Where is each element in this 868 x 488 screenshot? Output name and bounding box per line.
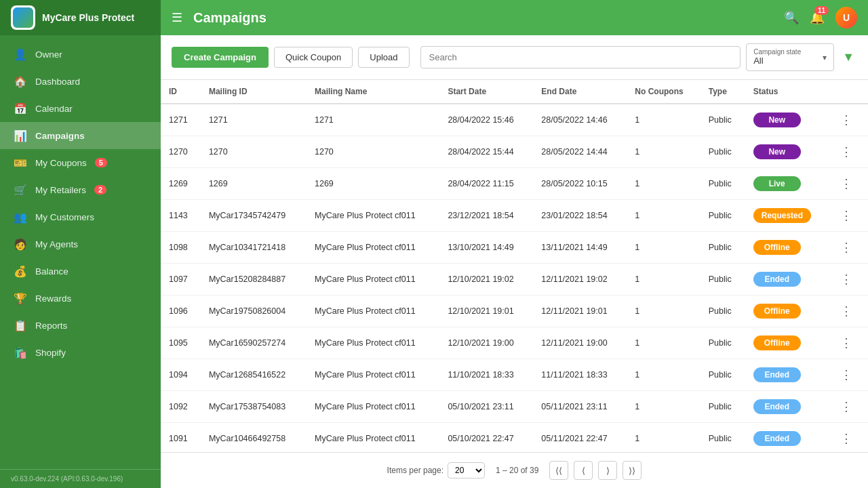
sidebar-item-label: Dashboard bbox=[35, 77, 80, 87]
row-more-button[interactable]: ⋮ bbox=[837, 366, 855, 384]
first-page-button[interactable]: ⟨⟨ bbox=[549, 461, 568, 480]
row-more-button[interactable]: ⋮ bbox=[837, 398, 855, 415]
cell-end-date: 11/11/2021 18:33 bbox=[533, 359, 627, 391]
row-more-button[interactable]: ⋮ bbox=[837, 143, 855, 161]
cell-id: 1271 bbox=[161, 104, 201, 136]
table-row: 1098 MyCar10341721418 MyCare Plus Protec… bbox=[161, 232, 868, 264]
my-coupons-icon: 🎫 bbox=[14, 156, 27, 169]
row-more-button[interactable]: ⋮ bbox=[837, 239, 855, 256]
sidebar-item-shopify[interactable]: 🛍️ Shopify bbox=[0, 339, 161, 366]
my-retailers-icon: 🛒 bbox=[14, 183, 27, 197]
items-per-page-label: Items per page: bbox=[387, 466, 443, 475]
col-header-no-coupons: No Coupons bbox=[627, 80, 700, 104]
owner-icon: 👤 bbox=[14, 47, 27, 61]
row-more-button[interactable]: ⋮ bbox=[837, 175, 855, 192]
table-row: 1271 1271 1271 28/04/2022 15:46 28/05/20… bbox=[161, 104, 868, 136]
notifications-icon[interactable]: 🔔 11 bbox=[810, 10, 825, 25]
table-row: 1270 1270 1270 28/04/2022 15:44 28/05/20… bbox=[161, 136, 868, 168]
row-more-button[interactable]: ⋮ bbox=[837, 111, 855, 129]
row-more-button[interactable]: ⋮ bbox=[837, 302, 855, 320]
cell-mailing-id: 1269 bbox=[201, 168, 307, 200]
sidebar-item-my-retailers[interactable]: 🛒 My Retailers 2 bbox=[0, 176, 161, 203]
cell-mailing-id: MyCar19750826004 bbox=[201, 296, 307, 327]
sidebar-item-rewards[interactable]: 🏆 Rewards bbox=[0, 285, 161, 312]
upload-button[interactable]: Upload bbox=[358, 47, 409, 68]
cell-id: 1143 bbox=[161, 200, 201, 232]
cell-no-coupons: 1 bbox=[627, 136, 700, 168]
sidebar-item-reports[interactable]: 📋 Reports bbox=[0, 312, 161, 339]
cell-type: Public bbox=[701, 327, 745, 359]
cell-id: 1269 bbox=[161, 168, 201, 200]
table-body: 1271 1271 1271 28/04/2022 15:46 28/05/20… bbox=[161, 104, 868, 452]
cell-actions: ⋮ bbox=[829, 359, 868, 391]
sidebar-item-label: Balance bbox=[35, 266, 68, 277]
cell-no-coupons: 1 bbox=[627, 359, 700, 391]
sidebar-badge: 2 bbox=[94, 185, 106, 195]
dashboard-icon: 🏠 bbox=[14, 75, 27, 88]
cell-start-date: 28/04/2022 15:44 bbox=[439, 136, 533, 168]
campaign-state-dropdown[interactable]: Campaign state All ▾ bbox=[746, 43, 834, 71]
row-more-button[interactable]: ⋮ bbox=[837, 207, 855, 224]
cell-id: 1092 bbox=[161, 391, 201, 423]
shopify-icon: 🛍️ bbox=[14, 346, 27, 359]
status-badge: Ended bbox=[753, 431, 801, 446]
cell-mailing-id: MyCar17538754083 bbox=[201, 391, 307, 423]
next-page-button[interactable]: ⟩ bbox=[598, 461, 617, 480]
search-icon[interactable]: 🔍 bbox=[784, 10, 799, 25]
cell-start-date: 13/10/2021 14:49 bbox=[439, 232, 533, 264]
sidebar-item-owner[interactable]: 👤 Owner bbox=[0, 41, 161, 68]
filter-icon[interactable]: ▼ bbox=[840, 47, 857, 67]
campaigns-table-container: IDMailing IDMailing NameStart DateEnd Da… bbox=[161, 80, 868, 452]
col-header-actions bbox=[829, 80, 868, 104]
search-input[interactable] bbox=[420, 46, 741, 68]
main-content: ☰ Campaigns 🔍 🔔 11 U Create Campaign Qui… bbox=[161, 0, 868, 488]
cell-mailing-id: MyCar10466492758 bbox=[201, 423, 307, 453]
sidebar-item-calendar[interactable]: 📅 Calendar bbox=[0, 95, 161, 122]
sidebar-item-label: Reports bbox=[35, 321, 67, 331]
cell-mailing-name: MyCare Plus Protect cf011 bbox=[307, 232, 439, 264]
col-header-id: ID bbox=[161, 80, 201, 104]
row-more-button[interactable]: ⋮ bbox=[837, 430, 855, 447]
cell-actions: ⋮ bbox=[829, 104, 868, 136]
table-row: 1095 MyCar16590257274 MyCare Plus Protec… bbox=[161, 327, 868, 359]
cell-end-date: 05/11/2021 23:11 bbox=[533, 391, 627, 423]
sidebar-item-label: Shopify bbox=[35, 348, 66, 358]
quick-coupon-button[interactable]: Quick Coupon bbox=[274, 47, 353, 68]
cell-start-date: 28/04/2022 15:46 bbox=[439, 104, 533, 136]
avatar[interactable]: U bbox=[835, 7, 857, 28]
per-page-select[interactable]: 20 50 100 bbox=[448, 462, 485, 479]
cell-status: Offline bbox=[745, 232, 829, 264]
sidebar-item-balance[interactable]: 💰 Balance bbox=[0, 258, 161, 285]
table-row: 1094 MyCar12685416522 MyCare Plus Protec… bbox=[161, 359, 868, 391]
sidebar-item-dashboard[interactable]: 🏠 Dashboard bbox=[0, 68, 161, 95]
create-campaign-button[interactable]: Create Campaign bbox=[172, 47, 269, 68]
sidebar-item-label: Calendar bbox=[35, 104, 73, 114]
row-more-button[interactable]: ⋮ bbox=[837, 270, 855, 288]
cell-mailing-id: MyCar12685416522 bbox=[201, 359, 307, 391]
my-customers-icon: 👥 bbox=[14, 210, 27, 224]
sidebar-item-campaigns[interactable]: 📊 Campaigns bbox=[0, 122, 161, 149]
sidebar-item-my-coupons[interactable]: 🎫 My Coupons 5 bbox=[0, 149, 161, 176]
prev-page-button[interactable]: ⟨ bbox=[574, 461, 593, 480]
cell-status: New bbox=[745, 104, 829, 136]
cell-no-coupons: 1 bbox=[627, 423, 700, 453]
cell-status: Ended bbox=[745, 391, 829, 423]
last-page-button[interactable]: ⟩⟩ bbox=[623, 461, 642, 480]
sidebar-item-label: Rewards bbox=[35, 293, 71, 304]
sidebar-item-my-customers[interactable]: 👥 My Customers bbox=[0, 203, 161, 230]
cell-no-coupons: 1 bbox=[627, 391, 700, 423]
status-badge: Ended bbox=[753, 272, 801, 287]
cell-actions: ⋮ bbox=[829, 232, 868, 264]
campaign-state-label: Campaign state bbox=[753, 49, 801, 56]
cell-status: Offline bbox=[745, 327, 829, 359]
page-title: Campaigns bbox=[193, 10, 776, 26]
sidebar-item-my-agents[interactable]: 🧑 My Agents bbox=[0, 230, 161, 258]
reports-icon: 📋 bbox=[14, 319, 27, 332]
cell-actions: ⋮ bbox=[829, 327, 868, 359]
status-badge: Ended bbox=[753, 367, 801, 382]
sidebar-item-label: Owner bbox=[35, 49, 62, 60]
row-more-button[interactable]: ⋮ bbox=[837, 334, 855, 352]
dropdown-chevron-icon: ▾ bbox=[823, 53, 827, 62]
status-badge: New bbox=[753, 113, 801, 127]
menu-icon[interactable]: ☰ bbox=[172, 10, 182, 25]
